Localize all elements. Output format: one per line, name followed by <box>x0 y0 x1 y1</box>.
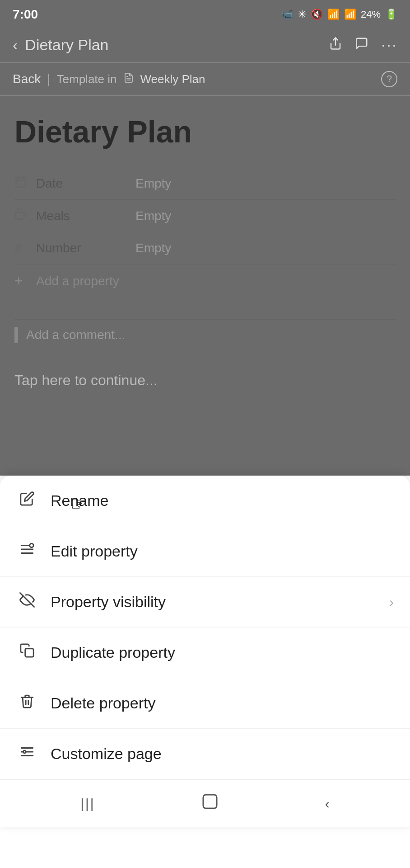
page-title: Dietary Plan <box>14 114 396 149</box>
add-property-icon: + <box>14 273 36 289</box>
nav-bar: ‹ Dietary Plan ··· <box>0 27 410 63</box>
wifi-icon: 📶 <box>327 9 340 20</box>
svg-rect-15 <box>25 649 33 657</box>
date-property-label: Date <box>36 176 135 191</box>
edit-property-label: Edit property <box>51 542 394 560</box>
date-property-value: Empty <box>135 176 171 191</box>
nav-title: Dietary Plan <box>25 36 108 54</box>
status-time: 7:00 <box>13 7 38 22</box>
breadcrumb-back-button[interactable]: Back <box>13 72 41 86</box>
android-back-button[interactable]: ‹ <box>321 792 334 816</box>
android-home-button[interactable] <box>197 789 223 818</box>
menu-item-edit-property[interactable]: Edit property <box>0 526 410 577</box>
breadcrumb-doc-icon <box>123 72 134 86</box>
rename-label: Rename <box>51 492 394 509</box>
property-visibility-arrow-icon: › <box>389 594 394 610</box>
property-visibility-label: Property visibility <box>51 593 377 611</box>
svg-rect-20 <box>203 795 217 808</box>
battery-text: 24% <box>361 9 381 20</box>
customize-page-icon <box>16 744 38 764</box>
property-row-date[interactable]: Date Empty <box>14 167 396 200</box>
android-nav-bar: ||| ‹ <box>0 779 410 827</box>
nav-back-icon[interactable]: ‹ <box>13 36 18 54</box>
meals-property-label: Meals <box>36 209 135 223</box>
status-bar: 7:00 📹 ✳ 🔇 📶 📶 24% 🔋 <box>0 0 410 27</box>
duplicate-property-label: Duplicate property <box>51 644 394 661</box>
status-icons: 📹 ✳ 🔇 📶 📶 24% 🔋 <box>281 9 397 20</box>
signal-icon: 📶 <box>344 9 356 20</box>
comment-cursor-icon <box>14 327 18 343</box>
menu-item-customize-page[interactable]: Customize page <box>0 729 410 779</box>
duplicate-property-icon <box>16 643 38 662</box>
meals-property-value: Empty <box>135 209 171 223</box>
comment-area[interactable]: Add a comment... <box>14 319 396 350</box>
menu-item-delete-property[interactable]: Delete property <box>0 678 410 729</box>
breadcrumb-template-text: Template in <box>57 72 117 86</box>
delete-property-label: Delete property <box>51 694 394 712</box>
bottom-sheet-menu: Rename Edit property Property visibility… <box>0 476 410 827</box>
menu-item-rename[interactable]: Rename <box>0 476 410 526</box>
menu-item-duplicate-property[interactable]: Duplicate property <box>0 627 410 678</box>
breadcrumb-separator: | <box>47 72 50 86</box>
comment-placeholder: Add a comment... <box>26 328 125 342</box>
meals-property-icon <box>14 208 36 224</box>
breadcrumb-help-button[interactable]: ? <box>381 71 397 87</box>
tap-to-continue[interactable]: Tap here to continue... <box>14 372 396 389</box>
edit-property-icon <box>16 542 38 561</box>
property-row-number[interactable]: # Number Empty <box>14 232 396 264</box>
comment-icon[interactable] <box>355 37 368 53</box>
add-property-button[interactable]: + Add a property <box>14 264 396 297</box>
number-property-label: Number <box>36 241 135 255</box>
main-content: Dietary Plan Date Empty <box>0 96 410 476</box>
breadcrumb-bar: Back | Template in Weekly Plan ? <box>0 63 410 96</box>
svg-rect-3 <box>16 178 26 187</box>
nav-left: ‹ Dietary Plan <box>13 36 109 54</box>
more-icon[interactable]: ··· <box>381 35 397 54</box>
svg-point-13 <box>30 543 34 547</box>
property-row-meals[interactable]: Meals Empty <box>14 200 396 232</box>
battery-icon: 🔋 <box>385 9 397 20</box>
number-property-value: Empty <box>135 241 171 255</box>
customize-page-label: Customize page <box>51 745 394 763</box>
video-icon: 📹 <box>281 9 294 20</box>
svg-point-19 <box>23 750 26 753</box>
nav-right: ··· <box>329 35 397 54</box>
share-icon[interactable] <box>329 37 342 53</box>
mute-icon: 🔇 <box>311 9 323 20</box>
date-property-icon <box>14 175 36 191</box>
breadcrumb-weekly-plan-link[interactable]: Weekly Plan <box>140 72 205 86</box>
android-menu-button[interactable]: ||| <box>76 792 99 816</box>
property-visibility-icon <box>16 592 38 612</box>
add-property-label: Add a property <box>36 274 119 288</box>
menu-item-property-visibility[interactable]: Property visibility › <box>0 577 410 627</box>
delete-property-icon <box>16 693 38 713</box>
rename-icon <box>16 491 38 510</box>
number-property-icon: # <box>14 241 36 256</box>
properties-list: Date Empty Meals Empty # Number Empty <box>14 167 396 297</box>
bluetooth-icon: ✳ <box>298 9 306 20</box>
